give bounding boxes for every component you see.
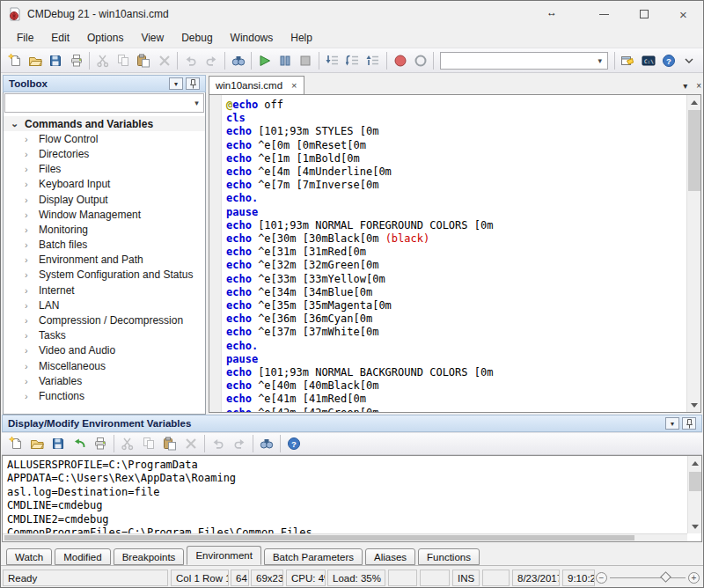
toolbox-item-system-configuration-and-status[interactable]: ›System Configuration and Status [4,268,205,283]
code-editor[interactable]: @echo offclsecho [101;93m STYLES [0mecho… [209,94,701,413]
main-cut-button[interactable] [92,50,113,71]
environment-menu-button[interactable]: ▾ [665,417,679,430]
environment-pin-button[interactable] [682,417,696,430]
main-undo-button[interactable] [180,50,201,71]
toolbox-item-video-and-audio[interactable]: ›Video and Audio [4,343,205,358]
toolbox-item-miscellaneous[interactable]: ›Miscellaneous [4,358,205,373]
code-line[interactable]: @echo off [226,99,686,112]
env-save-file-button[interactable] [48,433,69,454]
main-save-file-button[interactable] [46,50,66,71]
code-line[interactable]: echo. [226,192,686,205]
code-line[interactable]: echo ^e[31m [31mRed[0m [226,246,686,259]
zoom-in-icon[interactable]: + [688,572,700,584]
toolbox-item-functions[interactable]: ›Functions [4,388,205,403]
code-line[interactable]: echo ^e[36m [36mCyan[0m [226,312,686,326]
menu-debug[interactable]: Debug [172,29,221,47]
main-paste-button[interactable] [134,50,154,71]
environment-hscroll-thumb[interactable] [4,535,634,540]
environment-vertical-scrollbar[interactable] [687,456,701,533]
main-step-out-button[interactable] [363,50,384,71]
toolbox-item-keyboard-input[interactable]: ›Keyboard Input [4,177,205,192]
code-line[interactable]: cls [226,112,686,125]
code-line[interactable]: echo. [226,340,686,353]
editor-vertical-scrollbar[interactable] [686,95,700,412]
env-variable-line[interactable]: CommonProgramFiles=C:\Program Files\Comm… [7,526,687,533]
env-variable-line[interactable]: APPDATA=C:\Users\Rex\AppData\Roaming [7,472,687,485]
env-redo-button[interactable] [229,433,250,454]
main-redo-button[interactable] [202,50,222,71]
environment-horizontal-scrollbar[interactable] [3,533,687,541]
bottom-tab-watch[interactable]: Watch [6,548,52,565]
code-line[interactable]: echo ^e[7m [7mInverse[0m [226,179,686,192]
scroll-down-icon[interactable] [688,519,702,533]
code-line[interactable]: echo [101;93m NORMAL FOREGROUND COLORS [… [226,219,686,232]
env-copy-button[interactable] [138,433,159,454]
maximize-button[interactable] [624,1,664,27]
menu-edit[interactable]: Edit [42,29,78,47]
main-open-file-button[interactable] [25,50,45,71]
code-line[interactable]: echo [101;93m STYLES [0m [226,125,686,138]
zoom-slider-thumb[interactable] [660,571,671,583]
menu-file[interactable]: File [8,29,42,47]
env-cut-button[interactable] [117,433,138,454]
editor-scroll-thumb[interactable] [688,110,700,191]
bottom-tab-functions[interactable]: Functions [418,548,480,565]
toolbox-filter-combobox[interactable]: ▾ [4,93,204,113]
code-line[interactable]: echo ^e[40m [40mBlack[0m [226,379,686,393]
bottom-tab-aliases[interactable]: Aliases [365,548,415,565]
toolbox-item-monitoring[interactable]: ›Monitoring [4,222,205,237]
environment-scroll-thumb[interactable] [689,472,701,491]
toolbox-item-directories[interactable]: ›Directories [4,146,205,161]
toolbox-pin-button[interactable] [186,77,200,90]
menu-windows[interactable]: Windows [222,29,282,47]
bottom-tab-environment[interactable]: Environment [187,546,261,565]
toolbox-item-lan[interactable]: ›LAN [4,298,205,312]
main-delete-button[interactable] [154,50,174,71]
env-delete-button[interactable] [180,433,202,454]
code-line[interactable]: echo ^e[4m [4mUnderline[0m [226,165,686,179]
toolbox-item-internet[interactable]: ›Internet [4,283,205,298]
env-variable-line[interactable]: CMDLINE=cmdebug [7,499,687,512]
env-new-file-button[interactable] [5,433,26,454]
close-button[interactable]: × [664,1,703,27]
toolbox-menu-button[interactable]: ▾ [169,77,183,90]
env-print-button[interactable] [90,433,111,454]
env-find-button[interactable] [256,433,277,454]
env-paste-button[interactable] [159,433,180,454]
env-undo-button[interactable] [208,433,229,454]
toolbox-item-compression-decompression[interactable]: ›Compression / Decompression [4,312,205,327]
toolbox-item-flow-control[interactable]: ›Flow Control [4,131,205,146]
main-stop-button[interactable] [296,50,316,71]
main-pause-button[interactable] [275,50,295,71]
scroll-up-icon[interactable] [687,95,701,109]
code-line[interactable]: echo ^e[37m [37mWhite[0m [226,326,686,339]
main-record-button[interactable] [390,50,410,71]
main-find-button[interactable] [228,50,248,71]
main-print-button[interactable] [66,50,86,71]
tab-list-chevron-icon[interactable]: ▾ [683,81,687,91]
bottom-tab-modified[interactable]: Modified [55,548,110,565]
code-line[interactable]: pause [226,206,686,219]
zoom-slider[interactable] [610,577,686,578]
main-run-button[interactable] [254,50,275,71]
main-new-file-button[interactable] [4,50,25,71]
tab-close-icon[interactable]: × [291,80,297,91]
code-line[interactable]: echo ^e[1m [1mBold[0m [226,152,686,165]
code-line[interactable]: echo ^e[35m [35mMagenta[0m [226,299,686,312]
scroll-up-icon[interactable] [688,456,702,470]
main-step-over-button[interactable] [342,50,363,71]
env-variable-line[interactable]: asl.log=Destination=file [7,486,687,499]
tab-win10ansi[interactable]: win10ansi.cmd × [209,76,304,94]
scroll-down-icon[interactable] [687,398,701,412]
environment-variables-list[interactable]: ALLUSERSPROFILE=C:\ProgramDataAPPDATA=C:… [3,456,687,533]
main-step-into-button[interactable] [322,50,342,71]
menu-view[interactable]: View [132,29,172,47]
env-variable-line[interactable]: CMDLINE2=cmdebug [7,513,687,526]
main-copy-button[interactable] [113,50,133,71]
toolbox-item-window-management[interactable]: ›Window Management [4,207,205,222]
code-line[interactable]: pause [226,353,686,366]
code-line[interactable]: echo ^e[34m [34mBlue[0m [226,286,686,299]
toolbox-item-batch-files[interactable]: ›Batch files [4,238,205,253]
toolbox-item-display-output[interactable]: ›Display Output [4,192,205,207]
toolbox-item-files[interactable]: ›Files [4,162,205,177]
